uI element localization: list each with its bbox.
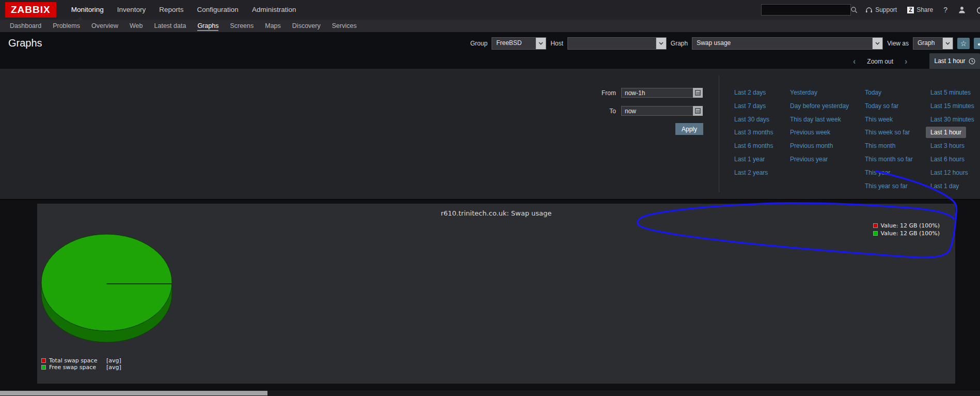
- preset-this-year-so-far[interactable]: This year so far: [865, 180, 913, 193]
- from-label: From: [585, 89, 616, 97]
- calendar-icon: [695, 90, 701, 96]
- series-aggregation: [avg]: [106, 357, 121, 364]
- preset-this-day-last-week[interactable]: This day last week: [790, 113, 849, 127]
- time-filter-panel: From To Apply Last 2 days Last 7 days La…: [0, 69, 980, 200]
- zoom-out-button[interactable]: Zoom out: [867, 58, 893, 65]
- time-range-tab[interactable]: Last 1 hour: [929, 53, 980, 69]
- pie-chart: [37, 204, 192, 354]
- time-forward-icon[interactable]: ›: [905, 57, 907, 66]
- apply-button[interactable]: Apply: [675, 123, 703, 135]
- preset-this-week[interactable]: This week: [865, 113, 913, 127]
- preset-yesterday[interactable]: Yesterday: [790, 86, 849, 100]
- z-share-icon: Z: [907, 7, 914, 13]
- legend-row: Total swap space [avg]: [41, 357, 121, 364]
- view-as-label: View as: [887, 40, 909, 47]
- graph-select[interactable]: Swap usage: [692, 37, 883, 50]
- view-as-select[interactable]: Graph: [913, 37, 953, 50]
- chevron-down-icon[interactable]: [872, 38, 882, 49]
- series-aggregation: [avg]: [106, 364, 121, 371]
- preset-column-1: Last 2 days Last 7 days Last 30 days Las…: [734, 86, 773, 180]
- search-input[interactable]: [762, 6, 848, 13]
- chevron-down-icon[interactable]: [535, 38, 546, 49]
- top-menu-administration[interactable]: Administration: [245, 0, 303, 20]
- subnav-maps[interactable]: Maps: [259, 20, 287, 32]
- preset-previous-month[interactable]: Previous month: [790, 140, 849, 153]
- subnav-latest-data[interactable]: Latest data: [149, 20, 192, 32]
- share-link[interactable]: Z Share: [907, 6, 933, 13]
- preset-last-2-years[interactable]: Last 2 years: [734, 166, 773, 180]
- preset-today[interactable]: Today: [865, 86, 913, 100]
- subnav-web[interactable]: Web: [124, 20, 148, 32]
- zoom-out-group: ‹ Zoom out ›: [853, 54, 907, 69]
- support-label: Support: [875, 6, 897, 13]
- chart-series-legend: Total swap space [avg] Free swap space […: [41, 357, 121, 371]
- clock-icon: [969, 58, 975, 65]
- preset-last-1-year[interactable]: Last 1 year: [734, 153, 773, 166]
- add-to-favourites-button[interactable]: ☆: [957, 38, 970, 49]
- subnav-discovery[interactable]: Discovery: [287, 20, 326, 32]
- user-profile-icon[interactable]: [958, 6, 966, 13]
- preset-last-2-days[interactable]: Last 2 days: [734, 86, 773, 100]
- subnav-dashboard[interactable]: Dashboard: [4, 20, 47, 32]
- preset-last-1-hour[interactable]: Last 1 hour: [930, 126, 974, 140]
- star-icon: ☆: [960, 40, 967, 47]
- legend-swatch-green: [41, 365, 46, 370]
- preset-last-6-hours[interactable]: Last 6 hours: [930, 153, 974, 166]
- time-back-icon[interactable]: ‹: [853, 57, 856, 66]
- zabbix-logo[interactable]: ZABBIX: [5, 2, 56, 18]
- sign-out-icon[interactable]: [976, 6, 980, 14]
- legend-swatch-green: [873, 231, 878, 236]
- subnav-graphs[interactable]: Graphs: [192, 20, 224, 32]
- horizontal-scrollbar-thumb[interactable]: [0, 391, 267, 395]
- to-input[interactable]: [621, 106, 696, 116]
- preset-last-30-minutes[interactable]: Last 30 minutes: [930, 113, 974, 127]
- support-link[interactable]: Support: [865, 6, 897, 13]
- preset-last-3-hours[interactable]: Last 3 hours: [930, 140, 974, 153]
- preset-this-month-so-far[interactable]: This month so far: [865, 153, 913, 166]
- host-select[interactable]: [567, 37, 667, 50]
- top-nav: ZABBIX Monitoring Inventory Reports Conf…: [0, 0, 980, 20]
- preset-last-3-months[interactable]: Last 3 months: [734, 126, 773, 140]
- preset-last-12-hours[interactable]: Last 12 hours: [930, 166, 974, 180]
- preset-last-5-minutes[interactable]: Last 5 minutes: [930, 86, 974, 100]
- preset-last-7-days[interactable]: Last 7 days: [734, 100, 773, 113]
- top-menu-inventory[interactable]: Inventory: [110, 0, 153, 20]
- preset-last-6-months[interactable]: Last 6 months: [734, 140, 773, 153]
- chevron-down-icon[interactable]: [656, 38, 666, 49]
- to-calendar-button[interactable]: [693, 106, 703, 116]
- preset-column-4: Last 5 minutes Last 15 minutes Last 30 m…: [930, 86, 974, 193]
- subnav-screens[interactable]: Screens: [224, 20, 259, 32]
- preset-day-before-yesterday[interactable]: Day before yesterday: [790, 100, 849, 113]
- preset-this-week-so-far[interactable]: This week so far: [865, 126, 913, 140]
- legend-row: Value: 12 GB (100%): [873, 222, 940, 229]
- search-icon[interactable]: [848, 6, 860, 13]
- preset-last-30-days[interactable]: Last 30 days: [734, 113, 773, 127]
- preset-this-month[interactable]: This month: [865, 140, 913, 153]
- preset-column-3: Today Today so far This week This week s…: [865, 86, 913, 193]
- preset-previous-week[interactable]: Previous week: [790, 126, 849, 140]
- group-select[interactable]: FreeBSD: [492, 37, 546, 50]
- top-menu-monitoring[interactable]: Monitoring: [65, 0, 110, 20]
- preset-column-2: Yesterday Day before yesterday This day …: [790, 86, 849, 166]
- search-box[interactable]: [761, 4, 851, 16]
- legend-value-text: Value: 12 GB (100%): [880, 230, 940, 237]
- from-calendar-button[interactable]: [693, 88, 703, 98]
- preset-today-so-far[interactable]: Today so far: [865, 100, 913, 113]
- subnav-overview[interactable]: Overview: [86, 20, 124, 32]
- help-icon[interactable]: ?: [943, 6, 947, 14]
- preset-previous-year[interactable]: Previous year: [790, 153, 849, 166]
- top-menu-reports[interactable]: Reports: [152, 0, 190, 20]
- page-header: Graphs Group FreeBSD Host Graph Swap usa…: [0, 32, 980, 54]
- subnav-problems[interactable]: Problems: [47, 20, 86, 32]
- series-name: Total swap space: [49, 357, 103, 364]
- subnav-services[interactable]: Services: [326, 20, 362, 32]
- graph-widget: r610.trinitech.co.uk: Swap usage Value: …: [37, 204, 955, 384]
- from-input[interactable]: [621, 88, 696, 98]
- preset-last-15-minutes[interactable]: Last 15 minutes: [930, 100, 974, 113]
- top-menu-configuration[interactable]: Configuration: [191, 0, 245, 20]
- preset-this-year[interactable]: This year: [865, 166, 913, 180]
- preset-last-1-day[interactable]: Last 1 day: [930, 180, 974, 193]
- kiosk-mode-button[interactable]: [974, 38, 980, 49]
- graph-filter-bar: Group FreeBSD Host Graph Swap usage View…: [470, 37, 980, 50]
- chevron-down-icon[interactable]: [942, 38, 953, 49]
